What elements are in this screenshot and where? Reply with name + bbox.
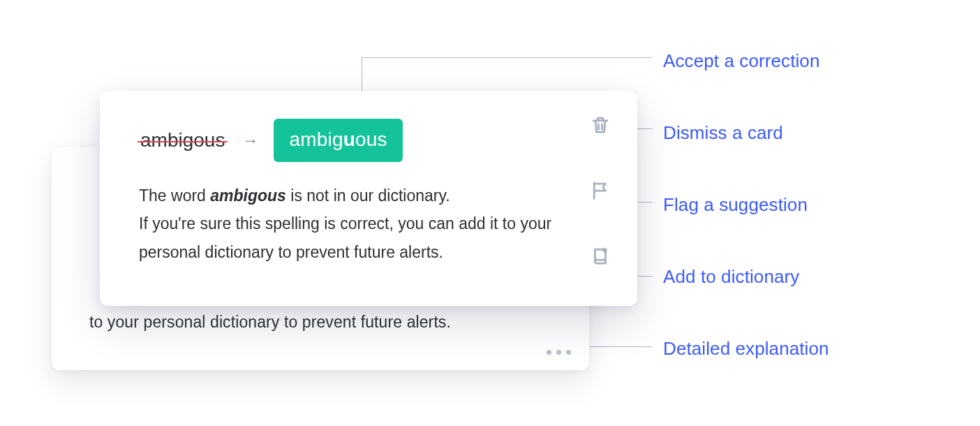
suggestion-card: ambigous → ambiguous The word ambigous i… (100, 91, 637, 306)
arrow-right-icon: → (242, 132, 258, 149)
label-add-dictionary[interactable]: Add to dictionary (663, 266, 829, 288)
add-to-dictionary-button[interactable] (588, 244, 612, 268)
explanation-text-part: If you're sure this spelling is correct,… (139, 214, 551, 260)
flag-icon (590, 180, 611, 201)
explanation-text-part: is not in our dictionary. (286, 186, 450, 205)
label-detailed-explanation[interactable]: Detailed explanation (663, 338, 829, 360)
explanation-term: ambigous (210, 186, 286, 205)
dots-icon (566, 350, 571, 355)
book-add-icon (590, 246, 611, 267)
explanation-text-peek: to your personal dictionary to prevent f… (89, 313, 451, 332)
suggested-word-part: ous (355, 130, 387, 149)
label-accept-correction[interactable]: Accept a correction (663, 50, 829, 72)
label-flag-suggestion[interactable]: Flag a suggestion (663, 194, 829, 216)
trash-icon (590, 115, 611, 135)
suggested-word-part: ambig (289, 130, 343, 149)
suggested-word-highlight: u (343, 130, 355, 149)
flag-button[interactable] (588, 179, 612, 203)
explanation-text-part: The word (139, 186, 210, 205)
original-word: ambigous (139, 129, 226, 152)
dots-icon (547, 350, 551, 355)
label-dismiss-card[interactable]: Dismiss a card (663, 122, 829, 144)
dots-icon (556, 350, 561, 355)
dismiss-button[interactable] (588, 113, 612, 137)
more-menu-button[interactable] (547, 350, 571, 355)
accept-correction-button[interactable]: ambiguous (274, 119, 402, 162)
correction-row: ambigous → ambiguous (139, 119, 605, 162)
connector-line (362, 57, 652, 58)
explanation-text: The word ambigous is not in our dictiona… (139, 182, 572, 266)
